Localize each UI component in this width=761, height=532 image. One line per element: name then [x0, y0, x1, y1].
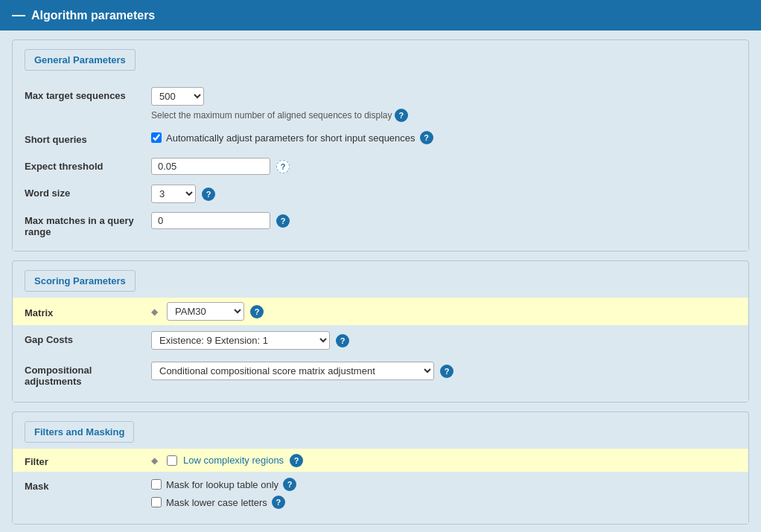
max-target-select[interactable]: 500 100 250 1000 2500 5000 10000 20000 [151, 87, 204, 106]
expect-threshold-row: Expect threshold ? [22, 153, 739, 180]
filter-label: Filter [25, 453, 151, 467]
matrix-row: Matrix ◆ PAM30 PAM70 PAM250 BLOSUM45 BLO… [13, 298, 748, 325]
max-matches-label: Max matches in a query range [25, 212, 151, 237]
mask-lowercase-help-icon[interactable]: ? [272, 496, 285, 509]
word-size-label: Word size [25, 185, 151, 199]
comp-adjustments-help-icon[interactable]: ? [440, 365, 453, 378]
expect-threshold-input[interactable] [151, 158, 270, 175]
matrix-label: Matrix [25, 304, 151, 318]
expect-threshold-control: ? [151, 158, 736, 175]
gap-costs-row: Gap Costs Existence: 9 Extension: 1 Exis… [22, 325, 739, 356]
max-matches-help-icon[interactable]: ? [276, 214, 290, 228]
mask-lookup-checkbox[interactable] [151, 479, 162, 490]
main-container: — Algorithm parameters General Parameter… [0, 0, 761, 532]
max-matches-control: ? [151, 212, 736, 229]
short-queries-control: Automatically adjust parameters for shor… [151, 131, 736, 144]
filter-diamond: ◆ [151, 455, 158, 466]
short-queries-checkbox-row: Automatically adjust parameters for shor… [151, 131, 433, 144]
word-size-control: 3 2 5 6 ? [151, 185, 736, 203]
filter-checkbox[interactable] [167, 455, 177, 466]
expect-threshold-help-icon[interactable]: ? [276, 160, 290, 173]
mask-row: Mask Mask for lookup table only ? Mask l… [22, 472, 739, 515]
mask-label: Mask [25, 478, 151, 492]
filters-title-row: Filters and Masking [13, 412, 748, 449]
general-title-row: General Parameters [13, 40, 748, 77]
scoring-section-content: Matrix ◆ PAM30 PAM70 PAM250 BLOSUM45 BLO… [13, 298, 748, 402]
mask-control: Mask for lookup table only ? Mask lower … [151, 478, 736, 509]
short-queries-checkbox[interactable] [151, 132, 162, 143]
comp-adjustments-label: Compositional adjustments [25, 362, 151, 387]
content-area: General Parameters Max target sequences … [0, 31, 761, 532]
filter-row: Filter ◆ Low complexity regions ? [13, 449, 748, 472]
word-size-help-icon[interactable]: ? [202, 188, 215, 201]
header-dash: — [12, 7, 25, 23]
word-size-select[interactable]: 3 2 5 6 [151, 185, 196, 203]
scoring-parameters-section: Scoring Parameters Matrix ◆ PAM30 PAM70 … [12, 260, 749, 403]
mask-lowercase-text: Mask lower case letters [166, 497, 267, 508]
short-queries-label: Short queries [25, 131, 151, 145]
comp-adjustments-select[interactable]: Conditional compositional score matrix a… [151, 362, 434, 380]
matrix-control: ◆ PAM30 PAM70 PAM250 BLOSUM45 BLOSUM50 B… [151, 302, 736, 321]
scoring-section-title: Scoring Parameters [25, 270, 136, 292]
comp-adjustments-control: Conditional compositional score matrix a… [151, 362, 736, 380]
filters-masking-section: Filters and Masking Filter ◆ Low complex… [12, 411, 749, 525]
filter-text: Low complexity regions [183, 455, 284, 466]
max-matches-input[interactable] [151, 212, 270, 229]
gap-costs-control: Existence: 9 Extension: 1 Existence: 7 E… [151, 331, 736, 350]
mask-option1-row: Mask for lookup table only ? [151, 478, 296, 491]
gap-costs-help-icon[interactable]: ? [336, 334, 349, 347]
max-target-label: Max target sequences [25, 87, 151, 101]
filters-section-title: Filters and Masking [25, 421, 134, 443]
gap-costs-select[interactable]: Existence: 9 Extension: 1 Existence: 7 E… [151, 331, 330, 350]
filter-help-icon[interactable]: ? [290, 454, 303, 467]
mask-lowercase-checkbox[interactable] [151, 497, 162, 507]
page-title: Algorithm parameters [31, 9, 155, 22]
gap-costs-label: Gap Costs [25, 331, 151, 345]
general-section-content: Max target sequences 500 100 250 1000 25… [13, 77, 748, 251]
mask-lookup-text: Mask for lookup table only [166, 479, 278, 490]
short-queries-row: Short queries Automatically adjust param… [22, 126, 739, 153]
mask-lookup-help-icon[interactable]: ? [283, 478, 296, 491]
filters-section-content: Filter ◆ Low complexity regions ? Mask [13, 449, 748, 524]
matrix-diamond: ◆ [151, 307, 158, 317]
comp-adjustments-row: Compositional adjustments Conditional co… [22, 356, 739, 393]
max-matches-row: Max matches in a query range ? [22, 208, 739, 242]
header-bar: — Algorithm parameters [0, 0, 761, 31]
general-parameters-section: General Parameters Max target sequences … [12, 39, 749, 251]
matrix-select[interactable]: PAM30 PAM70 PAM250 BLOSUM45 BLOSUM50 BLO… [167, 302, 244, 321]
short-queries-help-icon[interactable]: ? [420, 131, 433, 144]
filter-control: ◆ Low complexity regions ? [151, 454, 736, 467]
matrix-help-icon[interactable]: ? [250, 305, 264, 318]
max-target-help-icon[interactable]: ? [395, 109, 408, 122]
mask-option2-row: Mask lower case letters ? [151, 496, 285, 509]
max-target-helper: Select the maximum number of aligned seq… [151, 109, 408, 122]
expect-threshold-label: Expect threshold [25, 158, 151, 172]
word-size-row: Word size 3 2 5 6 ? [22, 180, 739, 208]
general-section-title: General Parameters [25, 49, 136, 71]
max-target-control: 500 100 250 1000 2500 5000 10000 20000 [151, 87, 736, 122]
short-queries-text: Automatically adjust parameters for shor… [166, 132, 415, 144]
max-target-row: Max target sequences 500 100 250 1000 25… [22, 83, 739, 126]
scoring-title-row: Scoring Parameters [13, 261, 748, 298]
